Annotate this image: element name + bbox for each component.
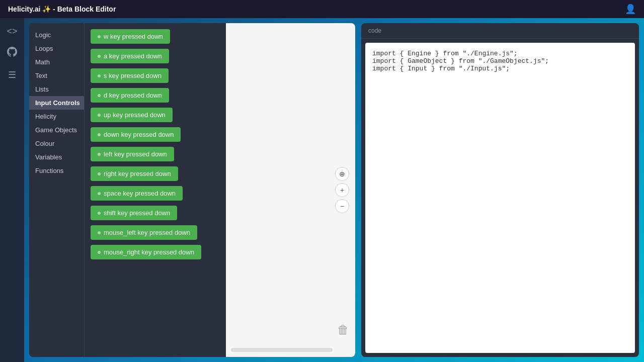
category-label: Input Controls [35, 99, 80, 107]
category-item-variables[interactable]: Variables [29, 150, 84, 164]
block-mouse_right-key-pressed-down[interactable]: mouse_right key pressed down [91, 245, 201, 259]
code-editor[interactable]: import { Engine } from "./Engine.js"; im… [365, 43, 635, 353]
topbar: Helicity.ai ✨ - Beta Block Editor 👤 [0, 0, 644, 18]
blocks-area: w key pressed downa key pressed downs ke… [85, 23, 226, 357]
category-item-input-controls[interactable]: Input Controls [29, 96, 84, 110]
category-label: Logic [35, 31, 51, 39]
category-label: Variables [35, 153, 62, 161]
code-icon[interactable]: <> [7, 26, 17, 37]
category-item-logic[interactable]: Logic [29, 28, 84, 42]
category-item-lists[interactable]: Lists [29, 82, 84, 96]
category-item-loops[interactable]: Loops [29, 42, 84, 55]
main-area: LogicLoopsMathTextListsInput ControlsHel… [24, 18, 644, 362]
block-right-key-pressed-down[interactable]: right key pressed down [91, 166, 178, 181]
category-item-colour[interactable]: Colour [29, 137, 84, 150]
category-item-text[interactable]: Text [29, 69, 84, 82]
category-label: Loops [35, 45, 53, 52]
github-icon[interactable] [7, 47, 17, 59]
block-panel: LogicLoopsMathTextListsInput ControlsHel… [29, 23, 355, 357]
canvas-controls: ⊕ + − [335, 167, 349, 213]
block-left-key-pressed-down[interactable]: left key pressed down [91, 147, 174, 161]
canvas-scrollbar[interactable] [231, 348, 333, 352]
category-label: Game Objects [35, 126, 77, 134]
category-label: Functions [35, 167, 63, 174]
code-panel-header: code [361, 23, 639, 39]
category-label: Math [35, 58, 50, 66]
category-item-game-objects[interactable]: Game Objects [29, 123, 84, 137]
block-mouse_left-key-pressed-down[interactable]: mouse_left key pressed down [91, 225, 197, 240]
category-item-math[interactable]: Math [29, 55, 84, 69]
docs-icon[interactable]: ☰ [8, 69, 16, 80]
block-up-key-pressed-down[interactable]: up key pressed down [91, 108, 173, 122]
block-down-key-pressed-down[interactable]: down key pressed down [91, 127, 181, 142]
block-space-key-pressed-down[interactable]: space key pressed down [91, 186, 183, 201]
block-d-key-pressed-down[interactable]: d key pressed down [91, 88, 169, 103]
user-icon[interactable]: 👤 [625, 4, 636, 15]
trash-area: 🗑 [337, 323, 349, 337]
block-s-key-pressed-down[interactable]: s key pressed down [91, 68, 169, 83]
zoom-in-button[interactable]: + [335, 183, 349, 197]
category-item-functions[interactable]: Functions [29, 164, 84, 177]
block-w-key-pressed-down[interactable]: w key pressed down [91, 29, 170, 44]
canvas-area[interactable]: ⊕ + − 🗑 [226, 23, 355, 357]
category-label: Helicity [35, 113, 56, 120]
zoom-out-button[interactable]: − [335, 199, 349, 213]
block-shift-key-pressed-down[interactable]: shift key pressed down [91, 206, 177, 220]
center-button[interactable]: ⊕ [335, 167, 349, 181]
category-label: Lists [35, 85, 49, 93]
categories-sidebar: LogicLoopsMathTextListsInput ControlsHel… [29, 23, 85, 357]
block-a-key-pressed-down[interactable]: a key pressed down [91, 49, 169, 63]
category-label: Text [35, 72, 47, 79]
app-title: Helicity.ai ✨ - Beta Block Editor [8, 5, 116, 13]
category-item-helicity[interactable]: Helicity [29, 110, 84, 123]
left-sidebar: <> ☰ [0, 18, 24, 362]
trash-icon: 🗑 [337, 323, 349, 337]
category-label: Colour [35, 140, 54, 147]
code-panel: code import { Engine } from "./Engine.js… [361, 23, 639, 357]
block-panel-inner: LogicLoopsMathTextListsInput ControlsHel… [29, 23, 355, 357]
topbar-title: Helicity.ai ✨ - Beta Block Editor [8, 5, 116, 13]
